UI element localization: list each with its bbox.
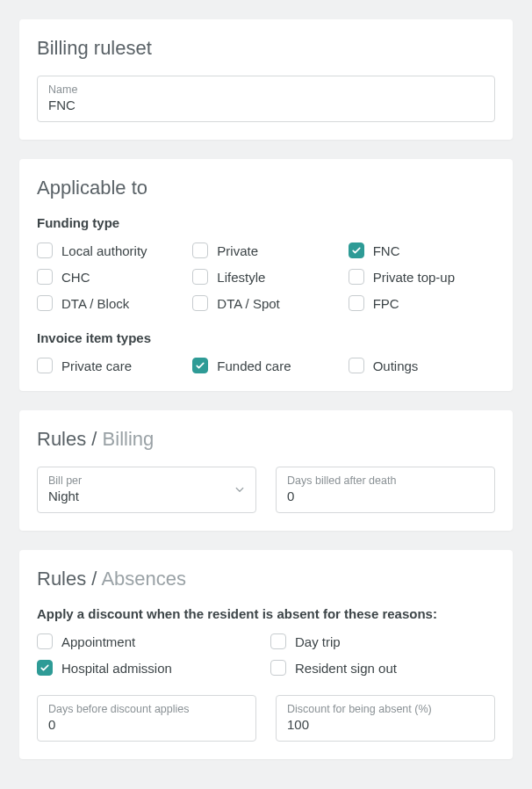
- funding-type-private[interactable]: Private: [192, 242, 339, 258]
- billing-ruleset-card: Billing ruleset Name: [19, 19, 513, 140]
- name-input[interactable]: [48, 98, 484, 112]
- checkbox-label: Hospital admission: [61, 661, 172, 676]
- checkbox-label: Day trip: [295, 634, 341, 649]
- funding-type-fnc[interactable]: FNC: [349, 242, 495, 258]
- rules-absences-title: Rules / Absences: [37, 568, 495, 590]
- checkbox-label: FPC: [373, 296, 399, 311]
- checkbox-label: Appointment: [61, 634, 135, 649]
- checkbox-icon: [270, 633, 286, 649]
- name-label: Name: [48, 83, 484, 96]
- checkbox-icon: [349, 358, 364, 373]
- days-after-death-input[interactable]: [287, 489, 484, 503]
- checkbox-label: CHC: [61, 270, 90, 285]
- funding-type-local-authority[interactable]: Local authority: [37, 242, 183, 258]
- applicable-to-title: Applicable to: [37, 177, 495, 199]
- rules-prefix: Rules /: [37, 428, 103, 450]
- checkbox-label: Outings: [373, 358, 419, 373]
- billing-ruleset-title: Billing ruleset: [37, 37, 495, 60]
- reason-hospital-admission[interactable]: Hospital admission: [37, 660, 262, 676]
- checkbox-label: DTA / Block: [61, 296, 129, 311]
- bill-per-label: Bill per: [48, 474, 245, 487]
- checkbox-icon: [349, 242, 364, 258]
- rules-prefix: Rules /: [37, 568, 101, 590]
- funding-type-dta-spot[interactable]: DTA / Spot: [192, 295, 339, 311]
- checkbox-icon: [37, 295, 53, 311]
- invoice-item-types-label: Invoice item types: [37, 330, 495, 345]
- absence-reason-grid: Appointment Day trip Hospital admission …: [37, 633, 495, 676]
- days-after-death-label: Days billed after death: [287, 474, 484, 487]
- invoice-type-private-care[interactable]: Private care: [37, 358, 183, 373]
- checkbox-icon: [192, 295, 208, 311]
- funding-type-grid: Local authority Private FNC CHC Lifestyl…: [37, 242, 495, 311]
- checkbox-label: Private top-up: [373, 270, 455, 285]
- discount-percent-field[interactable]: Discount for being absent (%): [276, 695, 495, 742]
- checkbox-icon: [349, 295, 364, 311]
- rules-billing-card: Rules / Billing Bill per Night Days bill…: [19, 410, 513, 531]
- checkbox-icon: [37, 358, 53, 373]
- days-after-death-field[interactable]: Days billed after death: [276, 467, 495, 513]
- checkbox-label: DTA / Spot: [217, 296, 279, 311]
- funding-type-dta-block[interactable]: DTA / Block: [37, 295, 183, 311]
- absences-description: Apply a discount when the resident is ab…: [37, 606, 495, 621]
- name-field-wrapper[interactable]: Name: [37, 76, 495, 122]
- checkbox-icon: [349, 269, 364, 285]
- discount-percent-label: Discount for being absent (%): [287, 703, 484, 715]
- checkbox-icon: [270, 660, 286, 676]
- invoice-type-outings[interactable]: Outings: [349, 358, 495, 373]
- checkbox-label: Private care: [61, 358, 132, 373]
- checkbox-label: Resident sign out: [295, 661, 397, 676]
- checkbox-icon: [192, 242, 208, 258]
- checkbox-icon: [192, 358, 208, 373]
- rules-billing-suffix: Billing: [103, 428, 155, 450]
- checkbox-icon: [37, 242, 53, 258]
- checkbox-label: Lifestyle: [217, 270, 265, 285]
- rules-billing-title: Rules / Billing: [37, 428, 495, 451]
- days-before-discount-field[interactable]: Days before discount applies: [37, 695, 256, 742]
- days-before-discount-input[interactable]: [48, 717, 245, 732]
- checkbox-label: Funded care: [217, 358, 291, 373]
- checkbox-label: Private: [217, 243, 258, 258]
- bill-per-select[interactable]: Bill per Night: [37, 467, 256, 513]
- funding-type-private-topup[interactable]: Private top-up: [349, 269, 495, 285]
- checkbox-label: Local authority: [61, 243, 147, 258]
- checkbox-icon: [37, 269, 53, 285]
- checkbox-icon: [37, 633, 53, 649]
- checkbox-icon: [192, 269, 208, 285]
- checkbox-label: FNC: [373, 243, 400, 258]
- reason-appointment[interactable]: Appointment: [37, 633, 262, 649]
- days-before-discount-label: Days before discount applies: [48, 703, 245, 715]
- applicable-to-card: Applicable to Funding type Local authori…: [19, 159, 513, 391]
- discount-percent-input[interactable]: [287, 717, 484, 732]
- funding-type-fpc[interactable]: FPC: [349, 295, 495, 311]
- invoice-item-types-grid: Private care Funded care Outings: [37, 358, 495, 373]
- invoice-type-funded-care[interactable]: Funded care: [192, 358, 339, 373]
- funding-type-lifestyle[interactable]: Lifestyle: [192, 269, 339, 285]
- checkbox-icon: [37, 660, 53, 676]
- funding-type-label: Funding type: [37, 215, 495, 230]
- reason-resident-sign-out[interactable]: Resident sign out: [270, 660, 495, 676]
- bill-per-value: Night: [48, 489, 245, 503]
- reason-day-trip[interactable]: Day trip: [270, 633, 495, 649]
- funding-type-chc[interactable]: CHC: [37, 269, 183, 285]
- rules-absences-suffix: Absences: [101, 568, 186, 590]
- rules-absences-card: Rules / Absences Apply a discount when t…: [19, 550, 513, 759]
